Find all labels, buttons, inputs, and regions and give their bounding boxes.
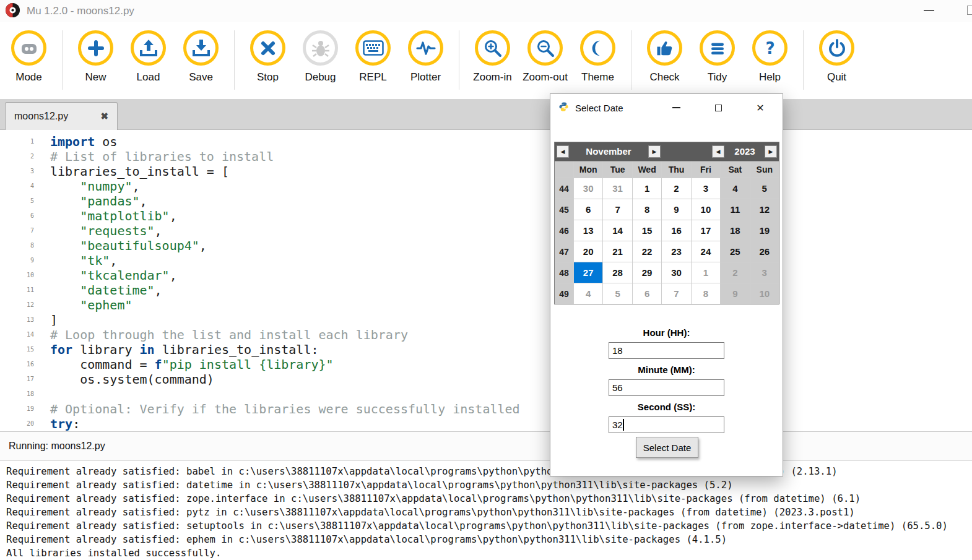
window-control-partial[interactable] xyxy=(967,6,972,15)
code-text: "ephem" xyxy=(50,298,132,312)
calendar-day[interactable]: 20 xyxy=(574,241,602,262)
toolbar-separator xyxy=(234,30,235,90)
quit-power-icon xyxy=(819,30,854,66)
calendar-day[interactable]: 11 xyxy=(721,199,749,220)
calendar-day[interactable]: 5 xyxy=(750,178,779,199)
calendar-day[interactable]: 2 xyxy=(721,262,749,283)
calendar-day[interactable]: 30 xyxy=(574,178,602,199)
calendar-day[interactable]: 29 xyxy=(633,262,661,283)
minute-input[interactable] xyxy=(609,379,724,396)
line-number: 12 xyxy=(0,298,34,312)
calendar-day[interactable]: 6 xyxy=(574,199,602,220)
calendar-day[interactable]: 25 xyxy=(721,241,749,262)
calendar-day[interactable]: 30 xyxy=(662,262,690,283)
calendar-day[interactable]: 12 xyxy=(750,199,779,220)
calendar-day[interactable]: 4 xyxy=(721,178,749,199)
toolbar-button-help[interactable]: ?Help xyxy=(744,30,796,84)
calendar-next-year-button[interactable]: ▶ xyxy=(765,145,777,158)
calendar-day[interactable]: 10 xyxy=(750,283,779,304)
calendar-next-month-button[interactable]: ▶ xyxy=(648,145,661,158)
dialog-titlebar[interactable]: Select Date ✕ xyxy=(550,94,783,121)
calendar-day[interactable]: 17 xyxy=(692,220,720,241)
calendar-day[interactable]: 8 xyxy=(692,283,720,304)
calendar-day[interactable]: 3 xyxy=(750,262,779,283)
calendar-day[interactable]: 22 xyxy=(633,241,661,262)
calendar-day[interactable]: 3 xyxy=(692,178,720,199)
calendar-day[interactable]: 6 xyxy=(633,283,661,304)
toolbar-label: New xyxy=(85,71,106,84)
calendar-day[interactable]: 28 xyxy=(603,262,631,283)
week-number: 47 xyxy=(555,241,573,262)
tab-moons12[interactable]: moons12.py ✖ xyxy=(5,102,118,130)
toolbar-separator xyxy=(803,30,804,90)
toolbar-label: Stop xyxy=(257,71,279,84)
toolbar-button-debug[interactable]: Debug xyxy=(294,30,347,84)
zoom-out-icon xyxy=(527,30,563,66)
calendar-prev-year-button[interactable]: ◀ xyxy=(712,145,724,158)
toolbar-button-quit[interactable]: Quit xyxy=(810,30,863,84)
calendar-day[interactable]: 1 xyxy=(692,262,720,283)
calendar-day[interactable]: 24 xyxy=(692,241,720,262)
day-header-thu: Thu xyxy=(662,162,690,178)
calendar-day[interactable]: 21 xyxy=(603,241,631,262)
stop-x-icon xyxy=(250,30,285,66)
toolbar-separator xyxy=(631,30,631,90)
calendar-day[interactable]: 18 xyxy=(721,220,749,241)
calendar-day[interactable]: 31 xyxy=(603,178,631,199)
calendar-day[interactable]: 1 xyxy=(633,178,661,199)
calendar-day[interactable]: 2 xyxy=(662,178,690,199)
code-editor[interactable]: 1import os2# List of libraries to instal… xyxy=(0,131,972,431)
code-line: 17 os.system(command) xyxy=(0,372,972,387)
code-line: 1import os xyxy=(0,134,972,149)
calendar-day[interactable]: 7 xyxy=(603,199,631,220)
toolbar-label: Tidy xyxy=(708,71,727,84)
second-input[interactable] xyxy=(609,416,724,433)
calendar-day[interactable]: 5 xyxy=(603,283,631,304)
toolbar-button-load[interactable]: Load xyxy=(122,30,175,84)
calendar-day[interactable]: 9 xyxy=(662,199,690,220)
runner-output[interactable]: Requirement already satisfied: babel in … xyxy=(0,461,972,560)
toolbar-button-repl[interactable]: REPL xyxy=(347,30,399,84)
calendar-day[interactable]: 15 xyxy=(633,220,661,241)
calendar-day[interactable]: 23 xyxy=(662,241,690,262)
calendar-day-selected[interactable]: 27 xyxy=(574,262,602,283)
calendar-day[interactable]: 14 xyxy=(603,220,631,241)
calendar-day[interactable]: 10 xyxy=(692,199,720,220)
hour-input[interactable] xyxy=(609,342,724,359)
code-line: 14# Loop through the list and install ea… xyxy=(0,327,972,342)
calendar-day[interactable]: 13 xyxy=(574,220,602,241)
tab-close-icon[interactable]: ✖ xyxy=(100,111,108,122)
select-date-button[interactable]: Select Date xyxy=(636,437,698,458)
toolbar-button-plotter[interactable]: Plotter xyxy=(399,30,452,84)
code-line: 13] xyxy=(0,312,972,327)
calendar-day[interactable]: 26 xyxy=(750,241,779,262)
toolbar-button-save[interactable]: Save xyxy=(175,30,227,84)
toolbar-label: Theme xyxy=(581,71,614,84)
python-logo-icon xyxy=(558,101,569,114)
dialog-maximize-button[interactable] xyxy=(705,94,732,121)
dialog-minimize-button[interactable] xyxy=(662,94,690,121)
calendar-day[interactable]: 8 xyxy=(633,199,661,220)
calendar-prev-month-button[interactable]: ◀ xyxy=(557,145,569,158)
toolbar-button-zoom-in[interactable]: Zoom-in xyxy=(466,30,519,84)
calendar-day[interactable]: 4 xyxy=(574,283,602,304)
toolbar-label: Save xyxy=(189,71,213,84)
toolbar-button-tidy[interactable]: Tidy xyxy=(691,30,744,84)
toolbar-button-theme[interactable]: Theme xyxy=(571,30,624,84)
calendar-day[interactable]: 9 xyxy=(721,283,749,304)
toolbar-button-stop[interactable]: Stop xyxy=(241,30,294,84)
toolbar-label: Debug xyxy=(305,71,336,84)
calendar-day[interactable]: 16 xyxy=(662,220,690,241)
calendar-day[interactable]: 7 xyxy=(662,283,690,304)
toolbar-button-zoom-out[interactable]: Zoom-out xyxy=(519,30,571,84)
window-title: Mu 1.2.0 - moons12.py xyxy=(27,5,134,17)
line-number: 8 xyxy=(0,238,34,253)
toolbar-button-mode[interactable]: Mode xyxy=(2,30,55,84)
toolbar-button-check[interactable]: Check xyxy=(638,30,691,84)
calendar-day[interactable]: 19 xyxy=(750,220,779,241)
code-line: 15for library in libraries_to_install: xyxy=(0,342,972,357)
save-download-icon xyxy=(183,30,219,66)
window-minimize-button[interactable] xyxy=(924,10,934,11)
dialog-close-button[interactable]: ✕ xyxy=(747,94,774,121)
toolbar-button-new[interactable]: New xyxy=(69,30,122,84)
